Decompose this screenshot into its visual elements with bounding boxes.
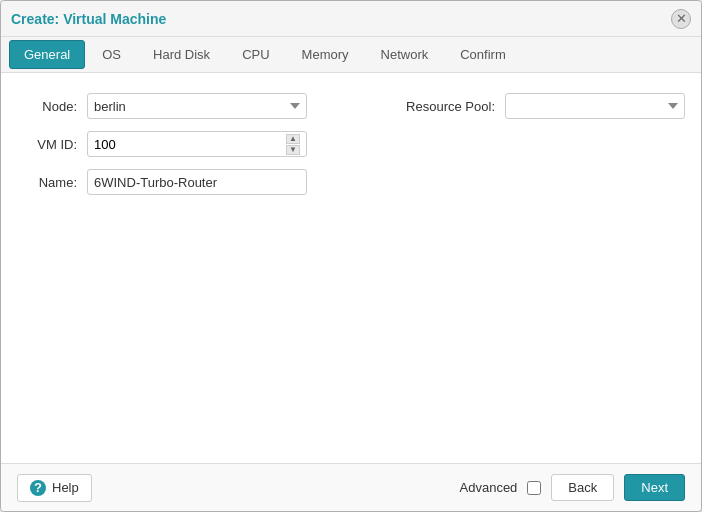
close-button[interactable]: ✕ [671,9,691,29]
tab-confirm[interactable]: Confirm [445,40,521,69]
window-title: Create: Virtual Machine [11,11,166,27]
name-input[interactable] [87,169,307,195]
tab-cpu[interactable]: CPU [227,40,284,69]
help-button[interactable]: ? Help [17,474,92,502]
advanced-label: Advanced [460,480,518,495]
vmid-row: VM ID: ▲ ▼ [17,131,366,157]
node-row: Node: berlin [17,93,366,119]
vmid-spinner: ▲ ▼ [87,131,307,157]
create-vm-window: Create: Virtual Machine ✕ General OS Har… [0,0,702,512]
left-fields: Node: berlin VM ID: ▲ ▼ [17,93,366,207]
resource-pool-select[interactable] [505,93,685,119]
node-select[interactable]: berlin [87,93,307,119]
name-label: Name: [17,175,87,190]
tab-bar: General OS Hard Disk CPU Memory Network … [1,37,701,73]
right-fields: Resource Pool: [406,93,685,119]
vmid-input[interactable] [94,137,284,152]
name-row: Name: [17,169,366,195]
resource-pool-label: Resource Pool: [406,99,505,114]
back-button[interactable]: Back [551,474,614,501]
tab-os[interactable]: OS [87,40,136,69]
form-content: Node: berlin VM ID: ▲ ▼ [1,73,701,463]
vmid-up-arrow[interactable]: ▲ [286,134,300,144]
vmid-arrows: ▲ ▼ [286,134,300,155]
tab-hard-disk[interactable]: Hard Disk [138,40,225,69]
help-label: Help [52,480,79,495]
footer-right: Advanced Back Next [460,474,685,501]
vmid-label: VM ID: [17,137,87,152]
tab-general[interactable]: General [9,40,85,69]
help-icon: ? [30,480,46,496]
vmid-down-arrow[interactable]: ▼ [286,145,300,155]
tab-memory[interactable]: Memory [287,40,364,69]
close-icon: ✕ [676,11,687,26]
titlebar: Create: Virtual Machine ✕ [1,1,701,37]
next-button[interactable]: Next [624,474,685,501]
tab-network[interactable]: Network [366,40,444,69]
footer: ? Help Advanced Back Next [1,463,701,511]
node-label: Node: [17,99,87,114]
advanced-checkbox[interactable] [527,481,541,495]
